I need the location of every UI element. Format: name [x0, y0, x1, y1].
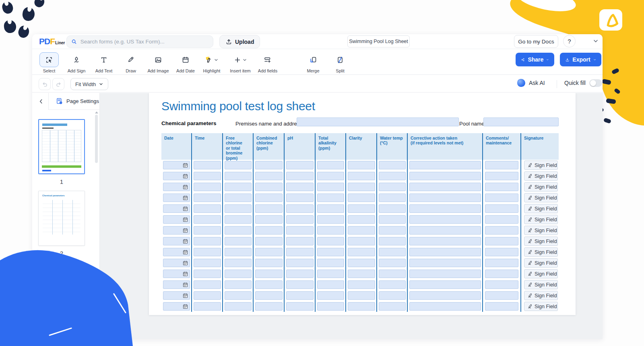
go-to-my-docs-button[interactable]: Go to my Docs: [514, 35, 558, 48]
ph-field[interactable]: [286, 302, 314, 311]
ph-field[interactable]: [286, 237, 314, 245]
date-field[interactable]: [163, 183, 190, 191]
time-field[interactable]: [194, 204, 221, 213]
comments-field[interactable]: [485, 161, 518, 169]
time-field[interactable]: [194, 161, 221, 169]
time-field[interactable]: [194, 280, 221, 289]
comments-field[interactable]: [485, 291, 518, 300]
combined-chlorine-field[interactable]: [255, 194, 283, 202]
time-field[interactable]: [194, 259, 221, 267]
date-field[interactable]: [163, 226, 190, 235]
sign-field-button[interactable]: Sign Field: [524, 226, 558, 235]
tool-merge[interactable]: Merge: [300, 52, 326, 73]
combined-chlorine-field[interactable]: [255, 259, 283, 267]
free-chlorine-field[interactable]: [225, 280, 252, 289]
ph-field[interactable]: [286, 270, 314, 278]
time-field[interactable]: [194, 194, 221, 202]
alkalinity-field[interactable]: [317, 237, 344, 245]
clarity-field[interactable]: [348, 161, 375, 169]
corrective-action-field[interactable]: [409, 237, 481, 245]
share-button[interactable]: Share: [516, 53, 554, 66]
undo-button[interactable]: [39, 78, 51, 90]
alkalinity-field[interactable]: [317, 270, 344, 278]
free-chlorine-field[interactable]: [225, 226, 252, 235]
document-name-input[interactable]: [347, 35, 410, 47]
tool-insert-item[interactable]: Insert item: [227, 52, 253, 73]
sign-field-button[interactable]: Sign Field: [524, 269, 558, 278]
time-field[interactable]: [194, 291, 221, 300]
free-chlorine-field[interactable]: [225, 259, 252, 267]
time-field[interactable]: [194, 183, 221, 191]
comments-field[interactable]: [485, 226, 518, 235]
water-temp-field[interactable]: [379, 248, 406, 256]
quick-fill-toggle[interactable]: [589, 79, 602, 87]
export-button[interactable]: Export: [560, 53, 601, 66]
combined-chlorine-field[interactable]: [255, 172, 283, 180]
scrollbar-thumb[interactable]: [95, 115, 98, 163]
sign-field-button[interactable]: Sign Field: [524, 171, 558, 181]
combined-chlorine-field[interactable]: [255, 183, 283, 191]
ph-field[interactable]: [286, 226, 314, 235]
time-field[interactable]: [194, 237, 221, 245]
water-temp-field[interactable]: [379, 237, 406, 245]
date-field[interactable]: [163, 215, 190, 224]
water-temp-field[interactable]: [379, 172, 406, 180]
free-chlorine-field[interactable]: [225, 161, 252, 169]
alkalinity-field[interactable]: [317, 183, 344, 191]
collapse-sidebar-button[interactable]: [36, 97, 46, 106]
help-button[interactable]: ?: [563, 35, 576, 47]
clarity-field[interactable]: [348, 291, 375, 300]
combined-chlorine-field[interactable]: [255, 161, 283, 169]
corrective-action-field[interactable]: [409, 194, 481, 202]
upload-button[interactable]: Upload: [219, 35, 260, 48]
corrective-action-field[interactable]: [409, 161, 481, 169]
free-chlorine-field[interactable]: [225, 194, 252, 202]
comments-field[interactable]: [485, 302, 518, 311]
sign-field-button[interactable]: Sign Field: [524, 215, 558, 224]
tool-select[interactable]: Select: [36, 52, 62, 73]
tool-add-sign[interactable]: Add Sign: [64, 52, 89, 73]
free-chlorine-field[interactable]: [225, 172, 252, 180]
sign-field-button[interactable]: Sign Field: [524, 193, 558, 202]
free-chlorine-field[interactable]: [225, 215, 252, 224]
ph-field[interactable]: [286, 194, 314, 202]
water-temp-field[interactable]: [379, 194, 406, 202]
comments-field[interactable]: [485, 237, 518, 245]
comments-field[interactable]: [485, 270, 518, 278]
combined-chlorine-field[interactable]: [255, 302, 283, 311]
comments-field[interactable]: [485, 248, 518, 256]
date-field[interactable]: [163, 161, 190, 169]
comments-field[interactable]: [485, 259, 518, 267]
time-field[interactable]: [194, 302, 221, 311]
combined-chlorine-field[interactable]: [255, 237, 283, 245]
tool-add-text[interactable]: Add Text: [91, 52, 117, 73]
time-field[interactable]: [194, 270, 221, 278]
free-chlorine-field[interactable]: [225, 237, 252, 245]
clarity-field[interactable]: [348, 302, 375, 311]
date-field[interactable]: [163, 194, 190, 202]
scroll-up-arrow[interactable]: [95, 111, 98, 113]
ph-field[interactable]: [286, 248, 314, 256]
tool-add-fields[interactable]: Add fields: [255, 52, 281, 73]
zoom-select[interactable]: Fit Width: [70, 78, 108, 90]
alkalinity-field[interactable]: [317, 204, 344, 213]
water-temp-field[interactable]: [379, 161, 406, 169]
pdfliner-logo[interactable]: PDFLiner: [39, 37, 65, 46]
search-box[interactable]: [66, 35, 213, 48]
clarity-field[interactable]: [348, 215, 375, 224]
pool-name-field[interactable]: [483, 117, 559, 126]
alkalinity-field[interactable]: [317, 172, 344, 180]
alkalinity-field[interactable]: [317, 259, 344, 267]
ph-field[interactable]: [286, 259, 314, 267]
water-temp-field[interactable]: [379, 280, 406, 289]
page-thumbnail-1[interactable]: [38, 119, 85, 174]
comments-field[interactable]: [485, 183, 518, 191]
corrective-action-field[interactable]: [409, 172, 481, 180]
sign-field-button[interactable]: Sign Field: [524, 237, 558, 246]
free-chlorine-field[interactable]: [225, 291, 252, 300]
tool-add-date[interactable]: Add Date: [173, 52, 198, 73]
water-temp-field[interactable]: [379, 302, 406, 311]
header-chevron-down-icon[interactable]: [592, 38, 599, 44]
free-chlorine-field[interactable]: [225, 248, 252, 256]
sign-field-button[interactable]: Sign Field: [524, 258, 558, 268]
